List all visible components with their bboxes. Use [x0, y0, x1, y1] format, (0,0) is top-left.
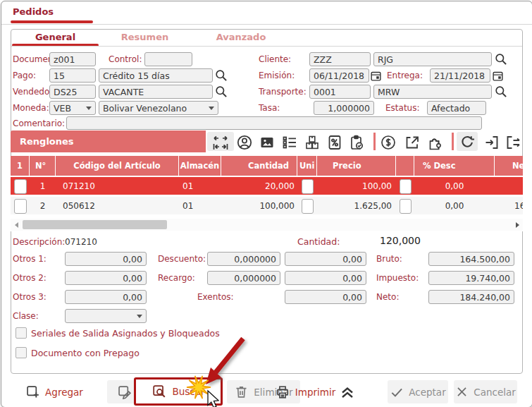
tasa-field[interactable]: 1,000000: [314, 101, 374, 115]
tab-avanzado[interactable]: Avanzado: [190, 32, 292, 42]
pago-label: Pago:: [13, 71, 36, 80]
import-icon[interactable]: [483, 134, 500, 151]
buscar-button[interactable]: Buscar: [134, 377, 223, 406]
table-row[interactable]: 1 071210 01 20,000 100,00 0,00: [11, 177, 523, 195]
scroll-right-button[interactable]: [512, 219, 523, 231]
list-icon[interactable]: [281, 134, 298, 151]
edit-square-icon: [117, 384, 132, 399]
col-header-almacen[interactable]: Almacén: [179, 156, 221, 176]
user-icon[interactable]: [236, 134, 253, 151]
neto-total-field[interactable]: 184.240,00: [428, 290, 514, 304]
col-header-neto[interactable]: Neto: [495, 156, 523, 176]
currency-dollar-icon[interactable]: [380, 134, 397, 151]
otros3-field[interactable]: 0,00: [65, 290, 147, 304]
packages-icon[interactable]: [304, 134, 321, 151]
row-select-checkbox[interactable]: [14, 179, 27, 194]
transporte-code-field[interactable]: 0001: [309, 85, 371, 99]
aceptar-label: Aceptar: [409, 387, 445, 398]
prepago-checkbox[interactable]: [16, 347, 27, 358]
exentos-field[interactable]: 0,00: [285, 290, 366, 304]
plugin-puzzle-icon[interactable]: [427, 134, 444, 151]
col-header-precio[interactable]: Precio: [317, 156, 396, 176]
col-header-n[interactable]: N°: [30, 156, 56, 176]
col-header-cantidad[interactable]: Cantidad: [221, 156, 297, 176]
transporte-search-icon[interactable]: [494, 85, 511, 102]
cliente-name-field[interactable]: RJG: [373, 52, 492, 66]
tab-resumen[interactable]: Resumen: [100, 32, 190, 42]
export-icon[interactable]: [505, 134, 521, 151]
cell-desc: 0,00: [414, 197, 495, 214]
otros2-field[interactable]: 0,00: [65, 271, 147, 285]
imprimir-button[interactable]: Imprimir: [272, 380, 338, 403]
emision-field[interactable]: 06/11/2018: [309, 68, 369, 83]
collapse-chevrons-icon[interactable]: [339, 384, 356, 401]
vendedor-code-field[interactable]: DS25: [49, 85, 96, 99]
recargo-amount-field[interactable]: 0,00: [285, 271, 366, 285]
comentario-field[interactable]: [66, 116, 482, 130]
clase-label: Clase:: [13, 311, 39, 321]
estatus-label: Estatus:: [385, 103, 420, 113]
tab-general[interactable]: General: [11, 32, 100, 42]
pago-search-icon[interactable]: [214, 68, 231, 85]
documento-field[interactable]: z001: [49, 52, 96, 66]
bruto-label: Bruto:: [376, 254, 402, 264]
uni-button[interactable]: [302, 199, 314, 214]
row-mini-button[interactable]: [400, 179, 412, 194]
entrega-calendar-icon[interactable]: [492, 70, 504, 82]
moneda-name-select[interactable]: Bolivar Venezolano: [99, 101, 218, 115]
cancelar-button[interactable]: Cancelar: [454, 380, 517, 403]
transporte-name-field[interactable]: MRW: [373, 85, 492, 99]
refresh-icon[interactable]: [459, 134, 476, 151]
emision-calendar-icon[interactable]: [370, 70, 382, 82]
descripcion-value: 071210: [65, 237, 97, 247]
uni-button[interactable]: [302, 179, 314, 194]
aceptar-button[interactable]: Aceptar: [388, 380, 448, 403]
cell-codigo: 071210: [56, 177, 179, 195]
clase-select[interactable]: [65, 309, 147, 323]
add-square-icon: [25, 384, 40, 399]
toolbar-separator: [452, 133, 454, 150]
seriales-checkbox[interactable]: [16, 327, 27, 339]
pedidos-window: Pedidos General Resumen Avanzado Documen…: [1, 1, 532, 407]
cliente-search-icon[interactable]: [494, 52, 511, 69]
bruto-field[interactable]: 164.500,00: [428, 252, 514, 266]
col-header-uni[interactable]: Uni: [297, 156, 317, 176]
scrollbar-thumb[interactable]: [23, 220, 167, 229]
impuesto-label: Impuesto:: [376, 273, 419, 283]
cliente-code-field[interactable]: ZZZ: [309, 52, 371, 66]
entrega-field[interactable]: 21/11/2018: [430, 68, 490, 83]
col-header-blank[interactable]: [396, 156, 414, 176]
control-field[interactable]: [144, 52, 192, 66]
scroll-left-button[interactable]: [11, 219, 22, 231]
col-header-desc[interactable]: % Desc: [414, 156, 495, 176]
control-label: Control:: [109, 54, 142, 64]
col-header-codigo[interactable]: Código del Artículo: [56, 156, 179, 176]
row-mini-button[interactable]: [400, 199, 412, 214]
descuento-amount-field[interactable]: 0,00: [285, 252, 366, 266]
percent-doc-icon[interactable]: [326, 134, 343, 151]
table-row[interactable]: 2 050612 01 100,000 1.625,00 0,00 162.50…: [11, 197, 523, 214]
cell-codigo: 050612: [56, 197, 179, 214]
moneda-code-select[interactable]: VEB: [49, 101, 96, 115]
agregar-button[interactable]: Agregar: [19, 380, 89, 403]
estatus-field[interactable]: Afectado: [427, 101, 486, 115]
recargo-pct-field[interactable]: 0,000000: [207, 271, 280, 285]
vendedor-search-icon[interactable]: [214, 85, 231, 102]
agregar-label: Agregar: [45, 387, 83, 398]
vendedor-name-field[interactable]: VACANTE: [99, 85, 213, 99]
clipboard-check-icon[interactable]: [348, 134, 365, 151]
col-header-sel[interactable]: 1: [11, 156, 30, 176]
pago-name-field[interactable]: Crédito 15 días: [99, 68, 213, 83]
descripcion-label: Descripción:: [13, 237, 65, 247]
window-title: Pedidos: [13, 6, 54, 17]
impuesto-field[interactable]: 19.740,00: [428, 271, 514, 285]
moneda-label: Moneda:: [13, 103, 49, 113]
image-icon[interactable]: [259, 134, 276, 151]
row-select-checkbox[interactable]: [14, 199, 27, 214]
external-link-icon[interactable]: [404, 134, 421, 151]
pago-code-field[interactable]: 15: [49, 68, 96, 83]
otros1-field[interactable]: 0,00: [65, 252, 147, 266]
descuento-pct-field[interactable]: 0,000000: [207, 252, 280, 266]
expand-columns-icon[interactable]: [212, 134, 229, 151]
moneda-name-value: Bolivar Venezolano: [103, 103, 187, 114]
